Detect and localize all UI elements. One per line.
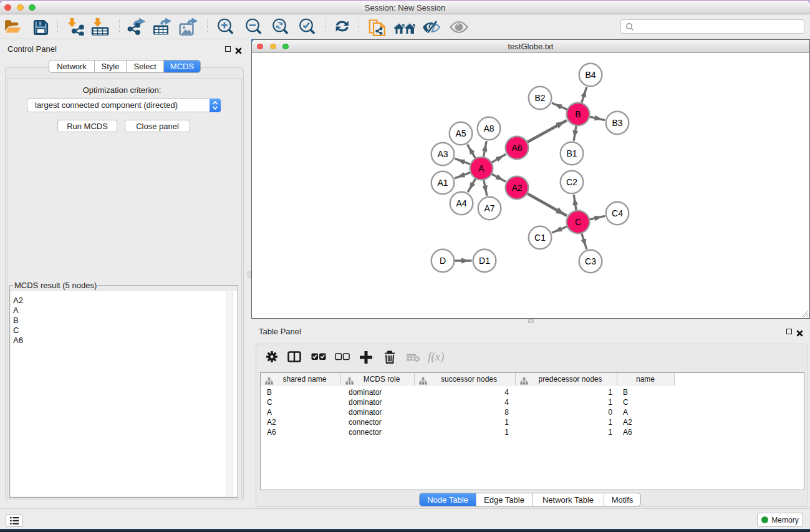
svg-text:D1: D1 — [479, 256, 490, 266]
svg-text:C4: C4 — [612, 208, 623, 218]
svg-text:C: C — [575, 217, 581, 227]
svg-text:D: D — [440, 256, 446, 266]
svg-text:A6: A6 — [511, 143, 522, 153]
svg-text:A: A — [478, 163, 485, 173]
svg-text:B4: B4 — [585, 70, 595, 80]
svg-text:A3: A3 — [437, 149, 448, 159]
svg-text:A1: A1 — [437, 178, 448, 188]
svg-text:C2: C2 — [566, 177, 577, 187]
svg-text:B3: B3 — [612, 118, 622, 128]
svg-text:A2: A2 — [511, 183, 522, 193]
svg-text:B1: B1 — [566, 148, 577, 158]
svg-text:C3: C3 — [585, 256, 596, 266]
svg-text:A4: A4 — [456, 198, 466, 208]
svg-text:B2: B2 — [534, 93, 545, 103]
svg-text:B: B — [575, 109, 581, 119]
svg-text:A8: A8 — [483, 123, 494, 133]
svg-text:C1: C1 — [534, 233, 546, 243]
svg-text:A7: A7 — [484, 203, 494, 213]
svg-text:A5: A5 — [455, 128, 466, 138]
